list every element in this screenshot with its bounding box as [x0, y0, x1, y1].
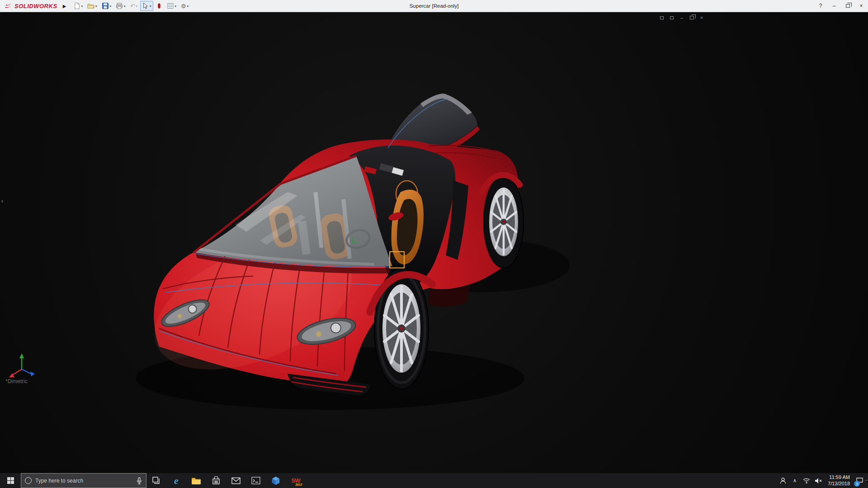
edge-icon: e: [174, 475, 179, 487]
cortana-icon: [25, 477, 32, 484]
sheet-icon: [167, 2, 174, 9]
clock-time: 11:59 AM: [829, 474, 850, 481]
maximize-icon: [660, 16, 664, 19]
save-button[interactable]: ▾: [100, 1, 113, 11]
print-button[interactable]: ▾: [114, 1, 127, 11]
select-cursor-icon: [142, 2, 149, 9]
taskbar-search[interactable]: [21, 473, 146, 488]
taskbar-clock[interactable]: 11:59 AM 7/13/2018: [824, 474, 854, 487]
start-button[interactable]: [0, 473, 21, 488]
minimize-button[interactable]: –: [827, 0, 841, 12]
window-controls: ? – ×: [814, 0, 868, 12]
doc-minimize-button[interactable]: –: [678, 14, 686, 21]
open-folder-icon: [87, 2, 94, 9]
new-document-icon: [74, 2, 80, 9]
record-icon: [156, 2, 162, 9]
help-button[interactable]: ?: [814, 0, 827, 12]
print-icon: [116, 2, 123, 9]
action-center-button[interactable]: 3: [854, 473, 865, 488]
taskbar-app-file-explorer[interactable]: [186, 473, 206, 488]
volume-tray-button[interactable]: [812, 473, 824, 488]
undo-icon: ↶: [130, 3, 135, 9]
macro-record-button[interactable]: [154, 1, 164, 11]
search-input[interactable]: [35, 478, 132, 484]
wifi-icon: [803, 478, 810, 484]
taskbar-app-console[interactable]: [246, 473, 266, 488]
store-icon: [212, 476, 221, 485]
open-button[interactable]: ▾: [85, 1, 99, 11]
minimize-icon: –: [680, 15, 683, 20]
mail-icon: [231, 477, 241, 484]
sw-year-text: 2017: [295, 483, 302, 486]
microphone-icon[interactable]: [136, 477, 142, 484]
dropdown-caret-icon: ▾: [110, 5, 112, 8]
supercar-3d-model[interactable]: [0, 12, 868, 473]
taskbar-app-store[interactable]: [206, 473, 226, 488]
dropdown-caret-icon: ▾: [187, 5, 189, 8]
cube-3d-icon: [271, 476, 281, 486]
restore-button[interactable]: [841, 0, 854, 12]
network-tray-button[interactable]: [801, 473, 812, 488]
help-icon: ?: [819, 3, 822, 9]
people-tray-button[interactable]: [777, 473, 789, 488]
dropdown-caret-icon: ▾: [81, 5, 83, 8]
show-desktop-button[interactable]: [865, 480, 868, 482]
ds-logo-icon: [5, 2, 13, 9]
options-button[interactable]: ⚙ ▾: [179, 1, 190, 11]
taskbar-app-edrawings[interactable]: [266, 473, 286, 488]
window-icon: [670, 16, 674, 19]
menu-flyout-button[interactable]: ▶: [61, 1, 68, 10]
doc-maximize-button[interactable]: [658, 14, 666, 21]
notification-badge: 3: [854, 481, 860, 487]
restore-icon: [690, 16, 694, 19]
select-tool-button[interactable]: ▾: [140, 1, 153, 11]
solidworks-logo-text: SOLIDWORKS: [14, 3, 57, 9]
restore-icon: [846, 4, 850, 8]
taskbar-app-edge[interactable]: e: [166, 473, 186, 488]
gear-icon: ⚙: [181, 3, 186, 9]
quick-toolbar: ▾ ▾ ▾ ▾ ↶ ▾ ▾ ▾ ⚙ ▾: [72, 1, 191, 11]
taskbar-app-solidworks-2017[interactable]: SW 2017: [286, 473, 306, 488]
document-window-controls: – ×: [658, 14, 706, 21]
tray-overflow-button[interactable]: ∧: [789, 473, 801, 488]
sheet-properties-button[interactable]: ▾: [165, 1, 179, 11]
close-button[interactable]: ×: [854, 0, 868, 12]
graphics-viewport[interactable]: – × ‹ *Dimetric: [0, 12, 868, 473]
close-icon: ×: [859, 3, 863, 9]
doc-restore-button[interactable]: [688, 14, 696, 21]
console-icon: [251, 477, 260, 484]
taskbar: e SW 20: [0, 473, 868, 488]
doc-float-button[interactable]: [668, 14, 676, 21]
collapse-arrow-icon: ‹: [1, 197, 3, 204]
dropdown-caret-icon: ▾: [95, 5, 97, 8]
dropdown-caret-icon: ▾: [136, 5, 138, 8]
flyout-icon: ▶: [63, 4, 66, 9]
people-icon: [779, 477, 787, 484]
doc-close-button[interactable]: ×: [698, 14, 706, 21]
save-icon: [102, 2, 109, 9]
task-view-icon: [152, 476, 161, 485]
dropdown-caret-icon: ▾: [175, 5, 177, 8]
dropdown-caret-icon: ▾: [150, 5, 151, 8]
dropdown-caret-icon: ▾: [124, 5, 126, 8]
view-orientation-label: *Dimetric: [5, 378, 28, 385]
solidworks-logo: SOLIDWORKS: [0, 2, 61, 9]
new-document-button[interactable]: ▾: [72, 1, 85, 11]
chevron-up-icon: ∧: [793, 478, 797, 483]
windows-logo-icon: [7, 477, 14, 484]
undo-button[interactable]: ↶ ▾: [128, 1, 139, 11]
close-icon: ×: [700, 15, 703, 20]
speaker-icon: [815, 478, 822, 484]
system-tray: ∧ 11:59 AM 7/13/2018 3: [777, 473, 868, 488]
task-view-button[interactable]: [146, 473, 166, 488]
minimize-icon: –: [833, 3, 836, 9]
feature-panel-collapse-tab[interactable]: ‹: [0, 193, 5, 208]
taskbar-app-mail[interactable]: [226, 473, 246, 488]
file-explorer-icon: [191, 477, 201, 485]
rear-wheel: [484, 176, 524, 268]
titlebar: SOLIDWORKS ▶ ▾ ▾ ▾ ▾ ↶ ▾ ▾: [0, 0, 868, 12]
solidworks-app-icon: SW 2017: [290, 475, 302, 486]
document-title: Supercar [Read-only]: [410, 3, 459, 9]
clock-date: 7/13/2018: [828, 481, 850, 487]
